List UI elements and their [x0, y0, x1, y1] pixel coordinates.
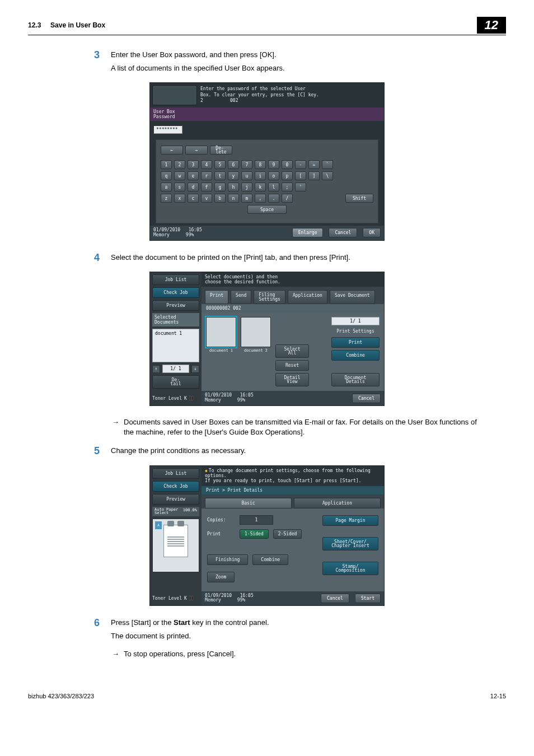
key[interactable]: 0 — [282, 160, 293, 169]
key[interactable]: / — [282, 194, 293, 203]
zoom-button[interactable]: Zoom — [207, 572, 235, 582]
key[interactable]: . — [268, 194, 279, 203]
key[interactable]: s — [174, 183, 185, 192]
joblist-button[interactable]: Job List — [152, 274, 199, 285]
key[interactable]: t — [214, 171, 226, 180]
cancel-button[interactable]: Cancel — [321, 594, 349, 603]
key[interactable]: i — [255, 171, 266, 180]
finishing-button[interactable]: Finishing — [207, 554, 248, 565]
preview-button[interactable]: Preview — [152, 494, 199, 505]
twosided-button[interactable]: 2-Sided — [273, 529, 302, 539]
key[interactable]: p — [282, 171, 293, 180]
stamp-button[interactable]: Stamp/ Composition — [322, 562, 378, 575]
key[interactable]: u — [241, 171, 252, 180]
checkjob-button[interactable]: Check Job — [152, 287, 199, 298]
key[interactable]: f — [201, 183, 212, 192]
key[interactable]: l — [268, 183, 279, 192]
tab-basic[interactable]: Basic — [205, 498, 292, 508]
enlarge-button[interactable]: Enlarge — [292, 228, 324, 237]
combine-button[interactable]: Combine — [331, 350, 380, 361]
password-input[interactable]: ******** — [153, 125, 182, 134]
key[interactable]: m — [241, 194, 252, 203]
key[interactable]: 2 — [174, 160, 185, 169]
sidebar: Job List Check Job Preview Selected Docu… — [150, 272, 202, 391]
key[interactable]: k — [255, 183, 266, 192]
tab-application[interactable]: Application — [294, 498, 381, 508]
key[interactable]: r — [201, 171, 212, 180]
key[interactable]: \ — [322, 171, 333, 180]
joblist-button[interactable]: Job List — [152, 468, 199, 479]
print-settings-label: Print Settings — [331, 328, 380, 335]
key[interactable]: , — [255, 194, 266, 203]
page-margin-button[interactable]: Page Margin — [322, 515, 378, 526]
key[interactable]: x — [174, 194, 185, 203]
preview-button[interactable]: Preview — [152, 300, 199, 311]
doc-thumb[interactable]: document 2 — [241, 317, 271, 387]
settings-left: Copies: 1 Print 1-Sided 2-Sided Finishin… — [207, 515, 316, 582]
page-down-icon[interactable]: ↓ — [191, 365, 199, 373]
reset-button[interactable]: Reset — [275, 360, 309, 371]
detail-view-button[interactable]: Detail View — [275, 373, 309, 386]
key[interactable]: n — [228, 194, 239, 203]
key[interactable]: 7 — [241, 160, 252, 169]
mid-actions: Select All Reset Detail View — [275, 344, 309, 387]
arrow-icon: → — [112, 649, 119, 659]
chapter-badge: 12 — [477, 17, 506, 34]
key[interactable]: 3 — [188, 160, 199, 169]
key[interactable]: ` — [322, 160, 333, 169]
key[interactable]: 5 — [214, 160, 226, 169]
key[interactable]: d — [188, 183, 199, 192]
key[interactable]: c — [188, 194, 199, 203]
key[interactable]: g — [214, 183, 226, 192]
shift-key[interactable]: Shift — [345, 194, 373, 203]
page-up-icon[interactable]: ↑ — [152, 365, 160, 373]
toner-bars-icon — [189, 396, 193, 400]
cancel-button[interactable]: Cancel — [352, 394, 381, 403]
doc-thumb[interactable]: document 1 — [206, 317, 236, 387]
select-all-button[interactable]: Select All — [275, 344, 309, 358]
tab-application[interactable]: Application — [288, 290, 327, 304]
key[interactable]: = — [308, 160, 320, 169]
checkjob-button[interactable]: Check Job — [152, 481, 199, 492]
key[interactable]: v — [201, 194, 212, 203]
arrow-right-key[interactable]: → — [185, 146, 208, 155]
key[interactable]: ; — [282, 183, 293, 192]
key[interactable]: b — [214, 194, 226, 203]
key[interactable]: 9 — [268, 160, 279, 169]
key[interactable]: h — [228, 183, 239, 192]
sheet-cover-button[interactable]: Sheet/Cover/ Chapter Insert — [322, 537, 378, 550]
key[interactable]: 6 — [228, 160, 239, 169]
key[interactable]: 1 — [161, 160, 172, 169]
key[interactable]: [ — [295, 171, 306, 180]
key[interactable]: j — [241, 183, 252, 192]
arrow-left-key[interactable]: ← — [161, 146, 183, 155]
tab-send[interactable]: Send — [231, 290, 251, 304]
delete-key[interactable]: De- lete — [210, 146, 232, 155]
key[interactable]: a — [161, 183, 172, 192]
onesided-button[interactable]: 1-Sided — [240, 529, 269, 539]
print-button[interactable]: Print — [331, 337, 380, 348]
key[interactable]: q — [161, 171, 172, 180]
doc-details-button[interactable]: Document Details — [331, 373, 380, 386]
cancel-button[interactable]: Cancel — [329, 228, 357, 237]
key[interactable]: o — [268, 171, 279, 180]
ok-button[interactable]: OK — [363, 228, 381, 237]
thumb-caption: document 2 — [244, 348, 268, 353]
tab-filing[interactable]: Filing Settings — [254, 290, 285, 304]
key[interactable]: e — [188, 171, 199, 180]
key[interactable]: y — [228, 171, 239, 180]
tab-print[interactable]: Print — [205, 290, 228, 304]
key[interactable]: w — [174, 171, 185, 180]
space-key[interactable]: Space — [247, 205, 287, 214]
start-button[interactable]: Start — [355, 594, 381, 603]
tab-savedoc[interactable]: Save Document — [330, 290, 375, 304]
key[interactable]: 4 — [201, 160, 212, 169]
key[interactable]: z — [161, 194, 172, 203]
key[interactable]: ] — [308, 171, 320, 180]
key[interactable]: 8 — [255, 160, 266, 169]
key[interactable]: - — [295, 160, 306, 169]
copies-value[interactable]: 1 — [240, 515, 273, 525]
key[interactable]: ' — [295, 183, 306, 192]
detail-button[interactable]: De- tail — [152, 375, 199, 389]
combine-button[interactable]: Combine — [252, 554, 288, 565]
